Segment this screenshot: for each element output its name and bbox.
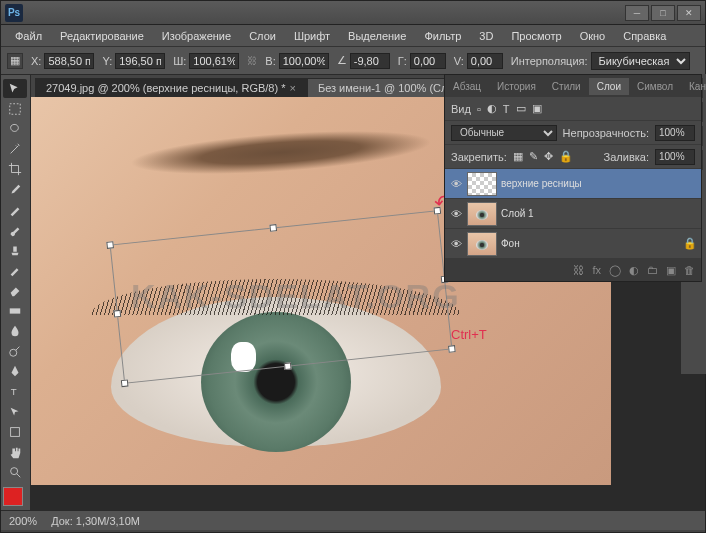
hand-tool[interactable] — [3, 442, 27, 461]
panel-tab-paragraph[interactable]: Абзац — [445, 78, 489, 95]
panel-tab-styles[interactable]: Стили — [544, 78, 589, 95]
transform-handle-br[interactable] — [448, 345, 456, 353]
gradient-tool[interactable] — [3, 301, 27, 320]
y-input[interactable] — [115, 53, 165, 69]
type-tool[interactable]: T — [3, 382, 27, 401]
lock-all-icon[interactable]: 🔒 — [559, 150, 573, 163]
hskew-input[interactable] — [410, 53, 446, 69]
clone-stamp-tool[interactable] — [3, 241, 27, 260]
layer-row[interactable]: 👁 Фон 🔒 — [445, 229, 701, 259]
group-icon[interactable]: 🗀 — [647, 264, 658, 276]
layer-thumbnail[interactable] — [467, 232, 497, 256]
menu-filter[interactable]: Фильтр — [416, 27, 469, 45]
layer-name[interactable]: Фон — [501, 238, 679, 249]
layer-mask-icon[interactable]: ◯ — [609, 264, 621, 277]
magic-wand-tool[interactable] — [3, 140, 27, 159]
healing-brush-tool[interactable] — [3, 200, 27, 219]
filter-pixel-icon[interactable]: ▫ — [477, 103, 481, 115]
filter-smart-icon[interactable]: ▣ — [532, 102, 542, 115]
lock-transparency-icon[interactable]: ▦ — [513, 150, 523, 163]
menu-window[interactable]: Окно — [572, 27, 614, 45]
menu-file[interactable]: Файл — [7, 27, 50, 45]
layer-kind-label: Вид — [451, 103, 471, 115]
adjustment-layer-icon[interactable]: ◐ — [629, 264, 639, 277]
foreground-color-swatch[interactable] — [3, 487, 23, 506]
fx-icon[interactable]: fx — [592, 264, 601, 276]
layer-row[interactable]: 👁 верхние ресницы — [445, 169, 701, 199]
fill-input[interactable] — [655, 149, 695, 165]
menu-select[interactable]: Выделение — [340, 27, 414, 45]
app-logo: Ps — [5, 4, 23, 22]
window-close-button[interactable]: ✕ — [677, 5, 701, 21]
blend-mode-select[interactable]: Обычные — [451, 125, 557, 141]
window-maximize-button[interactable]: □ — [651, 5, 675, 21]
zoom-tool[interactable] — [3, 463, 27, 482]
close-tab-icon[interactable]: × — [289, 82, 295, 94]
lock-pixels-icon[interactable]: ✎ — [529, 150, 538, 163]
menu-3d[interactable]: 3D — [471, 27, 501, 45]
lasso-tool[interactable] — [3, 119, 27, 138]
layer-row[interactable]: 👁 Слой 1 — [445, 199, 701, 229]
window-minimize-button[interactable]: ─ — [625, 5, 649, 21]
lock-position-icon[interactable]: ✥ — [544, 150, 553, 163]
crop-tool[interactable] — [3, 160, 27, 179]
svg-text:T: T — [11, 386, 17, 397]
lock-label: Закрепить: — [451, 151, 507, 163]
pen-tool[interactable] — [3, 362, 27, 381]
blur-tool[interactable] — [3, 321, 27, 340]
eyedropper-tool[interactable] — [3, 180, 27, 199]
opacity-label: Непрозрачность: — [563, 127, 649, 139]
link-wh-icon[interactable]: ⛓ — [247, 55, 257, 66]
menu-image[interactable]: Изображение — [154, 27, 239, 45]
transform-handle-tr[interactable] — [433, 207, 441, 215]
document-tab-1[interactable]: 27049.jpg @ 200% (верхние ресницы, RGB/8… — [35, 78, 307, 97]
menu-layers[interactable]: Слои — [241, 27, 284, 45]
menu-edit[interactable]: Редактирование — [52, 27, 152, 45]
lock-icon: 🔒 — [683, 237, 697, 250]
menu-help[interactable]: Справка — [615, 27, 674, 45]
w-input[interactable] — [189, 53, 239, 69]
new-layer-icon[interactable]: ▣ — [666, 264, 676, 277]
image-lashes — [91, 267, 461, 327]
vskew-input[interactable] — [467, 53, 503, 69]
delete-layer-icon[interactable]: 🗑 — [684, 264, 695, 276]
filter-shape-icon[interactable]: ▭ — [516, 102, 526, 115]
x-input[interactable] — [44, 53, 94, 69]
angle-input[interactable] — [350, 53, 390, 69]
menu-type[interactable]: Шрифт — [286, 27, 338, 45]
layer-thumbnail[interactable] — [467, 172, 497, 196]
titlebar: Ps ─ □ ✕ — [1, 1, 705, 25]
layer-visibility-icon[interactable]: 👁 — [449, 177, 463, 191]
shape-tool[interactable] — [3, 422, 27, 441]
transform-handle-tm[interactable] — [269, 224, 277, 232]
options-bar: ▦ X: Y: Ш: ⛓ В: ∠ Г: V: Интерполяция:Бик… — [1, 47, 705, 75]
zoom-level[interactable]: 200% — [9, 515, 37, 527]
filter-adjust-icon[interactable]: ◐ — [487, 102, 497, 115]
transform-handle-tl[interactable] — [106, 241, 114, 249]
menu-view[interactable]: Просмотр — [503, 27, 569, 45]
interpolation-select[interactable]: Бикубическая — [591, 52, 690, 70]
panel-tab-character[interactable]: Символ — [629, 78, 681, 95]
eraser-tool[interactable] — [3, 281, 27, 300]
path-selection-tool[interactable] — [3, 402, 27, 421]
brush-tool[interactable] — [3, 220, 27, 239]
menubar: Файл Редактирование Изображение Слои Шри… — [1, 25, 705, 47]
move-tool[interactable] — [3, 79, 27, 98]
history-brush-tool[interactable] — [3, 261, 27, 280]
dodge-tool[interactable] — [3, 341, 27, 360]
link-layers-icon[interactable]: ⛓ — [573, 264, 584, 276]
h-input[interactable] — [279, 53, 329, 69]
panel-tab-layers[interactable]: Слои — [589, 78, 629, 95]
panel-tab-history[interactable]: История — [489, 78, 544, 95]
panel-tabs: Абзац История Стили Слои Символ Каналы — [445, 75, 701, 97]
reference-point-icon[interactable]: ▦ — [7, 53, 23, 69]
layer-visibility-icon[interactable]: 👁 — [449, 237, 463, 251]
opacity-input[interactable] — [655, 125, 695, 141]
layer-thumbnail[interactable] — [467, 202, 497, 226]
layer-name[interactable]: верхние ресницы — [501, 178, 697, 189]
layer-visibility-icon[interactable]: 👁 — [449, 207, 463, 221]
layer-name[interactable]: Слой 1 — [501, 208, 697, 219]
marquee-tool[interactable] — [3, 99, 27, 118]
panel-tab-channels[interactable]: Каналы — [681, 78, 706, 95]
filter-type-icon[interactable]: T — [503, 103, 510, 115]
